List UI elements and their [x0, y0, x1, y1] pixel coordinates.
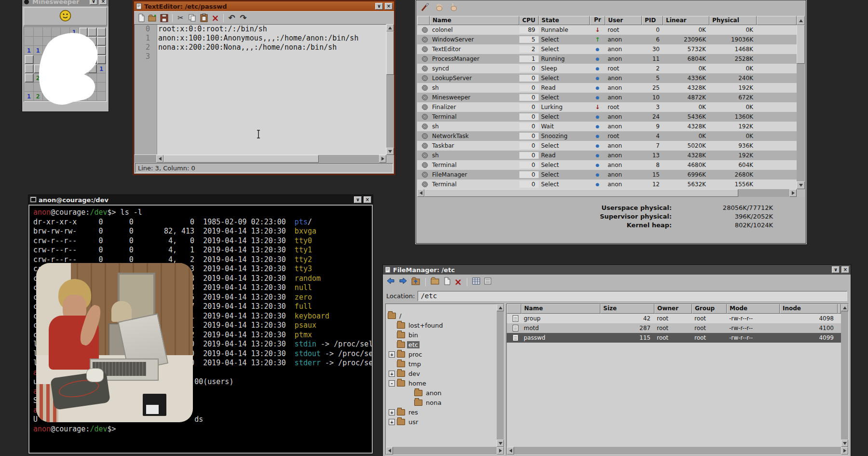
vertical-scrollbar[interactable] [797, 25, 805, 189]
location-input[interactable]: /etc [418, 291, 847, 301]
continue-process-icon[interactable] [449, 2, 459, 14]
tree-item[interactable]: etc [386, 340, 497, 349]
table-view-icon[interactable] [472, 277, 480, 287]
process-row[interactable]: ProcessManager 1 Running ● anon 11 6804K… [417, 54, 797, 64]
mine-cell[interactable]: 1 [70, 92, 79, 101]
mine-cell[interactable] [25, 83, 34, 92]
file-row[interactable]: passwd 115 root root -rw-r--r-- 4099 [507, 333, 841, 343]
mine-cell[interactable]: 1 [70, 83, 79, 92]
scroll-down-button[interactable] [797, 181, 805, 189]
mine-cell[interactable]: 1 [61, 83, 70, 92]
tree-item[interactable]: + dev [386, 369, 497, 378]
column-header-group[interactable]: Group [692, 304, 727, 314]
mine-cell[interactable] [79, 83, 88, 92]
column-header-pid[interactable]: PID [642, 16, 663, 25]
scroll-up-button[interactable] [797, 16, 805, 25]
mine-cell[interactable]: 1 [25, 46, 34, 55]
new-folder-icon[interactable] [431, 277, 440, 287]
process-row[interactable]: WindowServer 5 Select ↑ anon 6 23096K 19… [417, 35, 797, 44]
mine-cell[interactable] [97, 83, 106, 92]
tree-item[interactable]: anon [386, 388, 497, 398]
mine-cell[interactable] [43, 37, 52, 46]
mine-cell[interactable] [25, 28, 34, 37]
file-row[interactable]: group 42 root root -rw-r--r-- 4098 [507, 314, 841, 323]
filemanager-titlebar[interactable]: FileManager: /etc ∨ × [383, 265, 851, 275]
process-row[interactable]: NetworkTask 0 Snoozing ● root 4 0K 0K [417, 131, 797, 141]
mine-cell[interactable] [43, 92, 52, 101]
scroll-up-button[interactable] [497, 304, 504, 311]
mine-cell[interactable] [88, 64, 97, 73]
mine-cell[interactable] [61, 55, 70, 64]
mine-cell[interactable] [34, 83, 43, 92]
tree-item[interactable]: bin [386, 330, 497, 340]
column-header-pr[interactable]: Pr [590, 16, 605, 25]
horizontal-scrollbar[interactable] [134, 155, 394, 163]
mine-cell[interactable]: 1 [34, 46, 43, 55]
close-button[interactable]: × [364, 196, 371, 203]
mine-cell[interactable]: 2 [34, 73, 43, 83]
mine-cell[interactable] [79, 37, 88, 46]
texteditor-titlebar[interactable]: TextEditor: /etc/passwd ∨ × [134, 1, 394, 11]
tree-item[interactable]: / [386, 311, 497, 320]
mine-cell[interactable] [52, 92, 61, 101]
close-button[interactable]: × [385, 3, 393, 10]
mine-cell[interactable] [70, 64, 79, 73]
column-header-size[interactable]: Size [600, 304, 654, 314]
mine-cell[interactable] [97, 28, 106, 37]
mine-cell[interactable] [52, 37, 61, 46]
mine-cell[interactable] [25, 73, 34, 83]
mine-cell[interactable] [88, 83, 97, 92]
go-up-icon[interactable] [411, 277, 420, 287]
mine-cell[interactable]: 1 [79, 92, 88, 101]
back-icon[interactable] [386, 277, 395, 287]
mine-cell[interactable] [61, 46, 70, 55]
mine-cell[interactable] [34, 37, 43, 46]
mine-cell[interactable] [52, 64, 61, 73]
tree-item[interactable]: lost+found [386, 320, 497, 330]
mine-cell[interactable] [79, 28, 88, 37]
process-row[interactable]: Terminal 0 Select ● anon 12 5632K 1556K [417, 180, 797, 189]
paste-icon[interactable] [199, 14, 208, 23]
mine-cell[interactable]: 1 [25, 92, 34, 101]
vertical-scrollbar[interactable] [497, 304, 504, 447]
close-button[interactable]: × [841, 266, 849, 273]
scroll-right-button[interactable] [379, 155, 386, 163]
minimize-button[interactable]: ∨ [375, 3, 383, 10]
scroll-left-button[interactable] [507, 447, 514, 455]
close-button[interactable]: × [99, 0, 107, 5]
vertical-scrollbar[interactable] [386, 24, 394, 155]
mine-cell[interactable] [79, 64, 88, 73]
mine-cell[interactable] [43, 83, 52, 92]
process-row[interactable]: sh 0 Wait ● anon 9 4328K 192K [417, 122, 797, 131]
mine-cell[interactable] [52, 28, 61, 37]
process-row[interactable]: colonel 89 Runnable ↓ root 0 0K 0K [417, 25, 797, 35]
mine-cell[interactable] [88, 28, 97, 37]
save-icon[interactable] [160, 14, 169, 23]
undo-icon[interactable]: ↶ [227, 14, 236, 23]
mine-cell[interactable] [43, 46, 52, 55]
tree-expander[interactable]: - [389, 380, 395, 387]
mine-cell[interactable] [79, 55, 88, 64]
process-row[interactable]: Minesweeper 0 Select ● anon 10 4872K 672… [417, 93, 797, 102]
scroll-left-button[interactable] [386, 447, 393, 455]
process-row[interactable]: Terminal 0 Select ● anon 8 4680K 604K [417, 160, 797, 170]
column-header-physical[interactable]: Physical [709, 16, 757, 25]
scroll-right-button[interactable] [497, 447, 504, 455]
mine-cell[interactable] [61, 37, 70, 46]
minimize-button[interactable]: ∨ [354, 196, 362, 203]
minimize-button[interactable]: ∨ [90, 0, 97, 5]
mine-cell[interactable] [43, 73, 52, 83]
tree-expander[interactable]: + [389, 409, 395, 415]
tree-item[interactable]: + proc [386, 349, 497, 359]
scroll-right-button[interactable] [841, 447, 848, 455]
mine-cell[interactable] [61, 92, 70, 101]
new-file-icon[interactable] [444, 277, 450, 287]
mine-cell[interactable]: 2 [34, 92, 43, 101]
kill-process-icon[interactable] [420, 2, 430, 14]
mine-cell[interactable] [97, 73, 106, 83]
mine-cell[interactable] [70, 37, 79, 46]
process-row[interactable]: Finalizer 0 Lurking ↓ root 3 0K 0K [417, 102, 797, 112]
mine-cell[interactable] [43, 55, 52, 64]
delete-icon[interactable]: × [454, 278, 462, 286]
process-row[interactable]: FileManager 0 Select ● anon 15 6996K 268… [417, 170, 797, 180]
